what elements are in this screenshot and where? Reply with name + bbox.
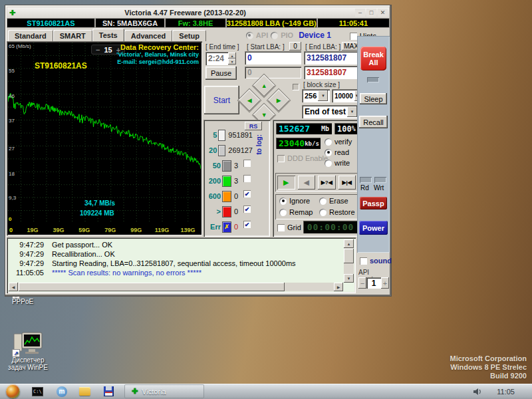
title-bar[interactable]: ✚ Victoria 4.47 Freeware (2013-02-20) – … <box>7 7 389 18</box>
speed-graph: 65 (Mb/s)55463727189,30 019G39G59G79G99G… <box>8 43 201 234</box>
spin-down-icon[interactable]: ▾ <box>228 59 236 65</box>
log-bin-err-checkbox[interactable]: ✔ <box>243 221 251 228</box>
spin-up-icon[interactable]: ▴ <box>228 53 236 59</box>
action-erase[interactable]: Erase <box>319 197 348 205</box>
pause-button[interactable]: Pause <box>205 66 237 80</box>
arrow-right-button[interactable]: ▶ <box>267 89 290 112</box>
timeout-select[interactable]: 10000 ▼ <box>332 89 360 102</box>
start-lba-input[interactable]: 0 <box>245 51 301 65</box>
action-remap[interactable]: Remap <box>279 208 313 216</box>
log-list[interactable]: 9:47:29 Get passport... OK 9:47:29 Recal… <box>9 240 342 283</box>
rewind-button[interactable]: ◀ <box>298 176 316 190</box>
speed-value: 23040 <box>279 138 305 148</box>
log-bin-200-checkbox[interactable] <box>243 175 251 182</box>
sound-toggle[interactable]: sound <box>360 257 392 265</box>
pad-option-box[interactable] <box>293 84 299 90</box>
start-button[interactable] <box>6 384 20 398</box>
zoom-out-button[interactable]: − <box>96 46 100 54</box>
maximize-button[interactable]: □ <box>366 9 376 17</box>
mode-read[interactable]: read <box>325 148 349 156</box>
end-time-spin-buttons[interactable]: ▴ ▾ <box>228 53 236 65</box>
scroll-thumb[interactable] <box>19 283 285 291</box>
mode-verify[interactable]: verify <box>325 138 352 146</box>
log-entry[interactable]: 9:47:29 Recallibration... OK <box>9 249 342 259</box>
scroll-thumb[interactable] <box>344 249 354 263</box>
hints-checkbox[interactable] <box>350 33 357 40</box>
taskbar-m-icon[interactable]: m <box>57 386 67 397</box>
dropdown-arrow-icon[interactable]: ▼ <box>318 90 328 101</box>
log-bin-gt-checkbox[interactable]: ✔ <box>243 205 251 213</box>
drive-firmware: Fw: 3.8HE <box>166 19 225 27</box>
log-entry[interactable]: 9:47:29 Get passport... OK <box>9 240 342 249</box>
end-time-spinner[interactable]: 2:24 <box>205 52 228 65</box>
action-ignore[interactable]: Ignore <box>279 197 310 205</box>
seek-start-button[interactable]: ▶|◀ <box>338 176 356 190</box>
scroll-down-button[interactable]: ▼ <box>344 274 354 283</box>
start-lba-label: [ Start LBA: ] <box>247 43 285 51</box>
taskbar-task-victoria[interactable]: ✚ Victoria <box>124 384 204 398</box>
api-number-plus[interactable]: + <box>381 277 389 289</box>
arrow-up-button[interactable]: ▲ <box>253 74 275 97</box>
volume-icon[interactable] <box>473 388 482 396</box>
tab-setup[interactable]: Setup <box>172 30 206 41</box>
taskbar-floppy-icon[interactable] <box>104 386 114 396</box>
restore-radio[interactable] <box>319 209 327 216</box>
tab-advanced[interactable]: Advanced <box>124 30 173 41</box>
seek-error-button[interactable]: ▶?◀ <box>318 176 336 190</box>
taskbar-clock[interactable]: 11:05 <box>497 388 515 396</box>
drive-model: ST9160821AS <box>7 19 94 27</box>
device-label: Device 1 <box>299 31 331 40</box>
log-bin-50-checkbox[interactable] <box>243 160 251 167</box>
minimize-button[interactable]: – <box>355 9 365 17</box>
log-entry[interactable]: 11:05:05 ***** Scan results: no warnings… <box>9 268 342 277</box>
passp-button[interactable]: Passp <box>360 197 387 209</box>
play-button[interactable]: ▶ <box>277 176 295 190</box>
mb-counter-lcd: 152627 Mb <box>276 123 332 134</box>
log-hscrollbar[interactable]: ◀ ▶ <box>9 283 343 291</box>
scroll-left-button[interactable]: ◀ <box>9 283 18 291</box>
remap-radio[interactable] <box>279 209 287 216</box>
arrow-left-button[interactable]: ◀ <box>238 89 261 112</box>
sleep-button[interactable]: Sleep <box>360 93 387 104</box>
end-lba-input[interactable]: 312581807 <box>304 51 360 65</box>
sound-checkbox[interactable] <box>360 257 367 265</box>
end-action-select[interactable]: End of test ▼ <box>302 105 360 118</box>
api-number-minus[interactable]: − <box>358 277 366 289</box>
tab-smart[interactable]: SMART <box>53 30 92 41</box>
end-lba-label: [ End LBA: ] <box>305 43 340 51</box>
power-button[interactable]: Power <box>359 221 388 235</box>
tab-standard[interactable]: Standard <box>8 30 53 41</box>
taskbar-folder-icon[interactable] <box>79 387 90 396</box>
scroll-right-button[interactable]: ▶ <box>334 283 343 291</box>
action-restore[interactable]: Restore <box>319 208 355 216</box>
ddd-enable[interactable]: DDD Enable <box>277 154 328 162</box>
tab-tests[interactable]: Tests <box>92 29 124 41</box>
dropdown-arrow-icon[interactable]: ▼ <box>347 106 357 117</box>
remap-label: Remap <box>289 208 313 216</box>
read-radio[interactable] <box>325 149 332 156</box>
recall-button[interactable]: Recall <box>359 116 388 128</box>
desktop-icon-task-manager[interactable]: ↗ Диспетчер задач WinPE <box>1 331 55 371</box>
scroll-up-button[interactable]: ▲ <box>344 239 354 248</box>
api-radio[interactable] <box>246 32 253 39</box>
api-number-value[interactable]: 1 <box>366 277 381 289</box>
ddd-checkbox[interactable] <box>277 155 285 162</box>
taskbar-cmd-icon[interactable]: C:\ <box>32 387 43 396</box>
write-radio[interactable] <box>325 160 332 167</box>
erase-radio[interactable] <box>319 198 327 205</box>
verify-radio[interactable] <box>325 138 332 146</box>
data-recovery-banner: Data Recovery Center: 'Victoria', Belaru… <box>116 44 199 66</box>
start-button[interactable]: Start <box>204 86 239 114</box>
close-button[interactable]: ✕ <box>378 9 388 17</box>
log-vscrollbar[interactable]: ▲ ▼ <box>344 239 354 283</box>
break-all-button[interactable]: Break All <box>360 47 386 70</box>
ignore-radio[interactable] <box>279 198 287 205</box>
grid-checkbox[interactable] <box>277 224 285 231</box>
zero-lba-button[interactable]: 0 <box>289 42 301 51</box>
grid-toggle[interactable]: Grid <box>277 223 301 231</box>
pio-radio[interactable] <box>271 32 278 39</box>
mode-write[interactable]: write <box>325 159 350 167</box>
block-size-select[interactable]: 256 ▼ <box>302 89 330 102</box>
log-bin-600-checkbox[interactable]: ✔ <box>243 190 251 198</box>
log-entry[interactable]: 9:47:29 Starting Reading, LBA=0..3125818… <box>9 259 342 268</box>
